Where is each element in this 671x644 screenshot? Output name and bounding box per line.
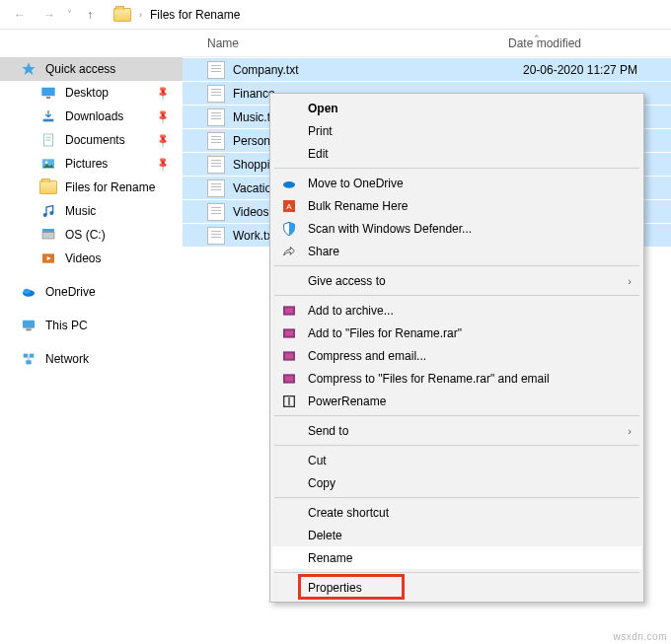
svg-rect-20 [24, 354, 29, 358]
winrar-icon [280, 347, 298, 365]
menu-cut[interactable]: Cut [272, 449, 641, 471]
sidebar-desktop[interactable]: Desktop 📌 [0, 81, 183, 105]
shield-icon [280, 220, 298, 238]
menu-rename[interactable]: Rename [272, 546, 641, 569]
menu-share[interactable]: Share [272, 240, 641, 262]
breadcrumb-item[interactable]: Files for Rename [150, 8, 240, 22]
column-name[interactable]: Name [183, 36, 498, 50]
sidebar-label: Files for Rename [65, 180, 155, 194]
svg-rect-34 [285, 376, 293, 381]
menu-delete[interactable]: Delete [272, 524, 641, 546]
svg-marker-0 [22, 62, 35, 75]
sidebar-pictures[interactable]: Pictures 📌 [0, 152, 183, 176]
sidebar-quick-access[interactable]: Quick access [0, 57, 183, 81]
up-button[interactable]: ↑ [78, 3, 102, 27]
pin-icon: 📌 [155, 108, 171, 124]
svg-point-8 [45, 161, 48, 164]
sidebar-documents[interactable]: Documents 📌 [0, 128, 183, 152]
pin-icon: 📌 [155, 132, 171, 148]
back-button[interactable]: ← [8, 3, 32, 27]
sidebar-downloads[interactable]: Downloads 📌 [0, 105, 183, 128]
separator [274, 265, 639, 266]
menu-compress-rar-email[interactable]: Compress to "Files for Rename.rar" and e… [272, 367, 641, 390]
pc-icon [20, 318, 37, 333]
winrar-icon [280, 370, 298, 388]
network-icon [20, 351, 37, 367]
svg-text:A: A [286, 202, 292, 211]
separator [274, 295, 639, 296]
watermark: wsxdn.com [613, 631, 667, 642]
pin-icon: 📌 [155, 156, 171, 172]
music-icon [39, 203, 57, 219]
sidebar-onedrive[interactable]: OneDrive [0, 280, 183, 304]
menu-copy[interactable]: Copy [272, 471, 641, 494]
toolbar: ← → ˅ ↑ › Files for Rename [0, 0, 671, 30]
svg-rect-13 [42, 229, 54, 232]
pin-icon: 📌 [155, 85, 171, 101]
drive-icon [39, 227, 57, 243]
separator [274, 168, 639, 169]
separator [274, 497, 639, 498]
onedrive-icon [280, 175, 298, 192]
sidebar-label: Documents [65, 133, 125, 147]
address-bar[interactable]: › Files for Rename [113, 8, 240, 22]
svg-rect-1 [41, 88, 54, 97]
menu-bulk-rename[interactable]: ABulk Rename Here [272, 194, 641, 217]
svg-rect-19 [26, 328, 31, 330]
sidebar-files-rename[interactable]: Files for Rename [0, 176, 183, 199]
svg-rect-3 [43, 119, 54, 122]
text-file-icon [207, 61, 225, 79]
forward-button[interactable]: → [37, 3, 61, 27]
history-dropdown-icon[interactable]: ˅ [67, 9, 72, 20]
sidebar-os-c[interactable]: OS (C:) [0, 223, 183, 247]
star-icon [20, 61, 37, 77]
menu-properties[interactable]: Properties [272, 576, 641, 599]
menu-powerrename[interactable]: PowerRename [272, 390, 641, 412]
text-file-icon [207, 108, 225, 126]
separator [274, 415, 639, 416]
text-file-icon [207, 132, 225, 150]
menu-add-archive[interactable]: Add to archive... [272, 299, 641, 322]
sidebar-this-pc[interactable]: This PC [0, 314, 183, 337]
onedrive-icon [20, 284, 37, 300]
sidebar-label: This PC [45, 319, 88, 332]
svg-rect-28 [285, 308, 293, 313]
text-file-icon [207, 203, 225, 221]
sidebar-videos[interactable]: Videos [0, 247, 183, 270]
sidebar-music[interactable]: Music [0, 199, 183, 223]
svg-rect-30 [285, 330, 293, 335]
menu-move-onedrive[interactable]: Move to OneDrive [272, 172, 641, 194]
menu-defender[interactable]: Scan with Windows Defender... [272, 217, 641, 240]
sidebar-label: Music [65, 204, 96, 218]
sidebar-label: Videos [65, 251, 101, 265]
chevron-right-icon: › [139, 10, 142, 20]
svg-rect-22 [26, 360, 31, 364]
svg-rect-2 [46, 97, 50, 99]
sidebar-label: Desktop [65, 86, 109, 100]
sidebar-network[interactable]: Network [0, 347, 183, 371]
separator [274, 572, 639, 573]
pictures-icon [39, 156, 57, 172]
menu-edit[interactable]: Edit [272, 142, 641, 165]
file-date: 20-06-2020 11:27 PM [513, 63, 671, 77]
menu-create-shortcut[interactable]: Create shortcut [272, 501, 641, 524]
sidebar-label: Downloads [65, 109, 123, 123]
file-name: Company.txt [233, 63, 513, 77]
menu-compress-email[interactable]: Compress and email... [272, 344, 641, 367]
svg-point-10 [43, 213, 47, 217]
menu-add-rar[interactable]: Add to "Files for Rename.rar" [272, 322, 641, 344]
svg-rect-18 [23, 321, 35, 328]
menu-open[interactable]: Open [272, 97, 641, 119]
menu-print[interactable]: Print [272, 119, 641, 142]
svg-point-11 [49, 211, 53, 215]
sidebar-label: OS (C:) [65, 228, 106, 242]
column-headers: Name ⌃ Date modified [183, 30, 671, 57]
menu-send-to[interactable]: Send to› [272, 419, 641, 442]
sidebar-label: OneDrive [45, 285, 96, 299]
file-row[interactable]: Company.txt20-06-2020 11:27 PM [183, 57, 671, 81]
sidebar-label: Pictures [65, 157, 108, 171]
menu-give-access[interactable]: Give access to› [272, 269, 641, 292]
svg-rect-12 [42, 232, 54, 239]
chevron-right-icon: › [628, 425, 632, 437]
powerrename-icon [280, 393, 298, 410]
